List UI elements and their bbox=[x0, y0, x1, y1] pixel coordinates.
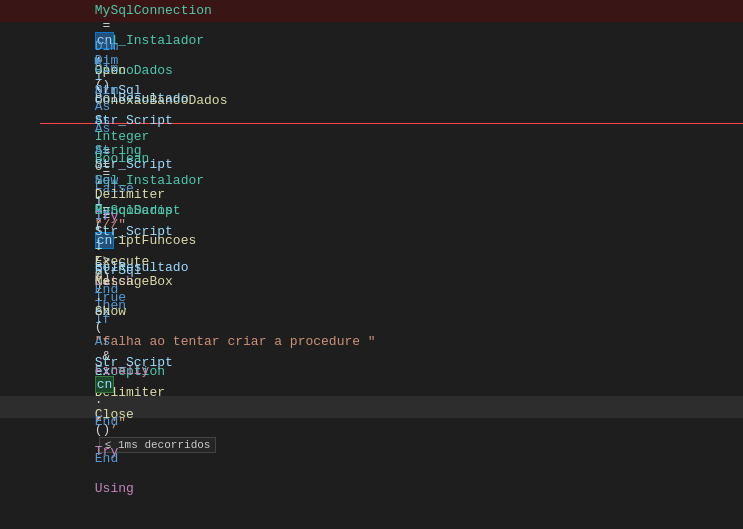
breakpoint-arrow: ▶| bbox=[95, 53, 111, 68]
keyword-dim4: Dim bbox=[95, 83, 118, 98]
method-show: Show bbox=[95, 304, 126, 319]
keyword-end-using: End bbox=[95, 451, 118, 466]
keyword-if: If bbox=[95, 208, 111, 223]
method-messagebox: MessageBox bbox=[95, 274, 173, 289]
code-editor: Using cn As MySqlConnection = Sql_Instal… bbox=[0, 0, 743, 529]
var-strscript: Str_Script bbox=[95, 113, 173, 128]
code-line-22: End Using bbox=[0, 462, 743, 484]
keyword-end-try: End bbox=[95, 414, 118, 429]
keyword-using2: Using bbox=[95, 481, 134, 496]
